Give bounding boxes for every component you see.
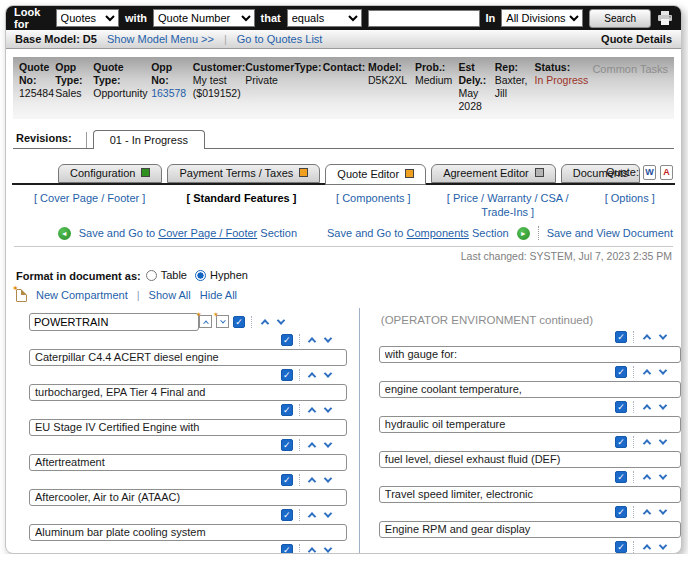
move-up-icon[interactable] bbox=[306, 509, 319, 522]
move-up-icon[interactable] bbox=[640, 471, 653, 484]
move-up-icon[interactable] bbox=[640, 506, 653, 519]
move-up-icon[interactable] bbox=[640, 331, 653, 344]
move-down-icon[interactable] bbox=[656, 541, 669, 554]
move-down-icon[interactable] bbox=[274, 315, 287, 328]
feature-text-input[interactable] bbox=[29, 419, 347, 436]
feature-text-input[interactable] bbox=[29, 489, 347, 506]
word-document-icon[interactable] bbox=[643, 165, 656, 180]
move-up-icon[interactable] bbox=[306, 439, 319, 452]
feature-text-input[interactable] bbox=[379, 486, 681, 503]
include-checkbox[interactable] bbox=[615, 401, 627, 413]
move-down-icon[interactable] bbox=[322, 509, 335, 522]
move-down-icon[interactable] bbox=[656, 506, 669, 519]
tab-agreement-editor[interactable]: Agreement Editor bbox=[431, 164, 556, 183]
move-down-icon[interactable] bbox=[322, 474, 335, 487]
go-to-quotes-list-link[interactable]: Go to Quotes List bbox=[237, 33, 323, 45]
insert-above-icon[interactable] bbox=[199, 315, 212, 328]
move-down-icon[interactable] bbox=[322, 544, 335, 554]
feature-text-input[interactable] bbox=[29, 384, 347, 401]
field-select[interactable]: Quote Number bbox=[153, 9, 255, 27]
include-checkbox[interactable] bbox=[281, 404, 293, 416]
include-checkbox[interactable] bbox=[615, 331, 627, 343]
save-go-cover-link[interactable]: Save and Go to Cover Page / Footer Secti… bbox=[79, 227, 297, 239]
move-down-icon[interactable] bbox=[656, 366, 669, 379]
move-down-icon[interactable] bbox=[322, 334, 335, 347]
include-checkbox[interactable] bbox=[281, 369, 293, 381]
format-option-hyphen[interactable]: Hyphen bbox=[195, 269, 248, 281]
move-down-icon[interactable] bbox=[322, 369, 335, 382]
section-link[interactable]: [ Standard Features ] bbox=[169, 191, 313, 205]
insert-below-icon[interactable] bbox=[216, 315, 229, 328]
feature-text-input[interactable] bbox=[379, 346, 681, 363]
include-checkbox[interactable] bbox=[615, 436, 627, 448]
feature-text-input[interactable] bbox=[379, 451, 681, 468]
include-checkbox[interactable] bbox=[615, 471, 627, 483]
section-link[interactable]: [ Components ] bbox=[314, 191, 433, 205]
include-checkbox[interactable] bbox=[233, 316, 245, 328]
section-link[interactable]: [ Cover Page / Footer ] bbox=[10, 191, 169, 205]
entity-select[interactable]: Quotes bbox=[56, 9, 119, 27]
format-radio[interactable] bbox=[195, 270, 206, 281]
row-controls bbox=[29, 473, 335, 488]
move-up-icon[interactable] bbox=[306, 369, 319, 382]
move-up-icon[interactable] bbox=[306, 474, 319, 487]
include-checkbox[interactable] bbox=[281, 544, 293, 554]
move-down-icon[interactable] bbox=[656, 436, 669, 449]
common-tasks-menu[interactable]: Common Tasks bbox=[592, 61, 668, 75]
section-link[interactable]: [ Options ] bbox=[582, 191, 677, 205]
feature-text-input[interactable] bbox=[29, 454, 347, 471]
quote-info-field: Status:In Progress bbox=[535, 61, 589, 87]
move-up-icon[interactable] bbox=[306, 404, 319, 417]
move-up-icon[interactable] bbox=[640, 436, 653, 449]
tab-configuration[interactable]: Configuration bbox=[58, 164, 162, 183]
move-down-icon[interactable] bbox=[322, 404, 335, 417]
new-compartment-link[interactable]: New Compartment bbox=[36, 289, 128, 301]
include-checkbox[interactable] bbox=[615, 506, 627, 518]
move-up-icon[interactable] bbox=[640, 541, 653, 554]
row-controls bbox=[379, 435, 669, 450]
compartment-name-input[interactable] bbox=[29, 313, 199, 331]
feature-text-input[interactable] bbox=[379, 416, 681, 433]
format-option-table[interactable]: Table bbox=[146, 269, 187, 281]
move-up-icon[interactable] bbox=[640, 401, 653, 414]
hide-all-link[interactable]: Hide All bbox=[200, 289, 237, 301]
operator-select[interactable]: equals bbox=[287, 9, 362, 27]
go-next-icon[interactable] bbox=[517, 227, 530, 240]
down-chevron-icon bbox=[324, 439, 332, 447]
quote-info-label: Customer: bbox=[193, 61, 241, 74]
feature-text-input[interactable] bbox=[379, 521, 681, 538]
move-up-icon[interactable] bbox=[640, 366, 653, 379]
go-previous-icon[interactable] bbox=[58, 227, 71, 240]
tab-quote-editor[interactable]: Quote Editor bbox=[325, 164, 426, 185]
save-view-document-link[interactable]: Save and View Document bbox=[547, 227, 673, 239]
feature-text-input[interactable] bbox=[29, 349, 347, 366]
tab-payment-terms-taxes[interactable]: Payment Terms / Taxes bbox=[167, 164, 320, 183]
include-checkbox[interactable] bbox=[281, 439, 293, 451]
feature-text-input[interactable] bbox=[29, 524, 347, 541]
move-down-icon[interactable] bbox=[656, 331, 669, 344]
move-up-icon[interactable] bbox=[306, 334, 319, 347]
include-checkbox[interactable] bbox=[281, 334, 293, 346]
search-button[interactable]: Search bbox=[589, 9, 651, 28]
section-link[interactable]: [ Price / Warranty / CSA / Trade-Ins ] bbox=[433, 191, 582, 220]
move-down-icon[interactable] bbox=[656, 471, 669, 484]
include-checkbox[interactable] bbox=[615, 366, 627, 378]
move-down-icon[interactable] bbox=[322, 439, 335, 452]
include-checkbox[interactable] bbox=[281, 474, 293, 486]
move-down-icon[interactable] bbox=[656, 401, 669, 414]
format-radio[interactable] bbox=[146, 270, 157, 281]
show-all-link[interactable]: Show All bbox=[149, 289, 191, 301]
quote-info-value[interactable]: 163578 bbox=[151, 87, 189, 100]
print-icon[interactable] bbox=[657, 11, 673, 26]
include-checkbox[interactable] bbox=[281, 509, 293, 521]
move-up-icon[interactable] bbox=[306, 544, 319, 554]
feature-text-input[interactable] bbox=[379, 381, 681, 398]
include-checkbox[interactable] bbox=[615, 541, 627, 553]
move-up-icon[interactable] bbox=[258, 315, 271, 328]
revision-tab[interactable]: 01 - In Progress bbox=[93, 130, 205, 149]
division-select[interactable]: All Divisions bbox=[501, 9, 583, 27]
show-model-menu-link[interactable]: Show Model Menu >> bbox=[107, 33, 214, 45]
save-go-components-link[interactable]: Save and Go to Components Section bbox=[327, 227, 509, 239]
search-value-input[interactable] bbox=[368, 10, 480, 27]
pdf-document-icon[interactable] bbox=[660, 165, 673, 180]
